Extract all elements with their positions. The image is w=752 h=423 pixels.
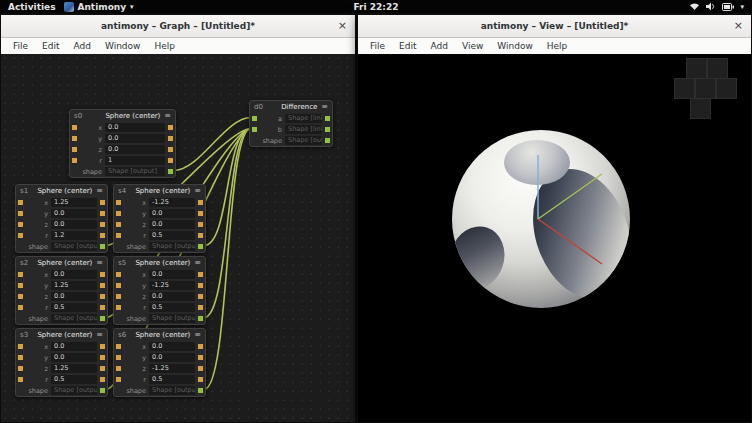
numeric-port[interactable] (18, 222, 23, 227)
shape-port[interactable] (198, 388, 203, 393)
shape-port[interactable] (325, 138, 330, 143)
numeric-port[interactable] (18, 283, 23, 288)
numeric-port[interactable] (116, 377, 121, 382)
numeric-port[interactable] (100, 294, 105, 299)
menu-item-window[interactable]: Window (99, 40, 147, 52)
node-header[interactable]: s4Sphere (center)≡ (114, 185, 205, 197)
numeric-port[interactable] (100, 272, 105, 277)
numeric-port[interactable] (116, 200, 121, 205)
activities-button[interactable]: Activities (8, 2, 56, 12)
node-header[interactable]: s1Sphere (center)≡ (16, 185, 107, 197)
shape-port[interactable] (325, 127, 330, 132)
row-value-field[interactable]: 1.2 (51, 231, 97, 240)
orientation-widget-cell[interactable] (716, 78, 737, 99)
node-menu-icon[interactable]: ≡ (96, 258, 103, 268)
numeric-port[interactable] (18, 233, 23, 238)
graph-titlebar[interactable]: antimony – Graph – [Untitled]* × (1, 15, 355, 38)
numeric-port[interactable] (18, 377, 23, 382)
numeric-port[interactable] (72, 136, 77, 141)
node-s3[interactable]: s3Sphere (center)≡x0.0y0.0z1.25r0.5shape… (15, 328, 108, 397)
numeric-port[interactable] (198, 294, 203, 299)
menu-item-add[interactable]: Add (68, 40, 97, 52)
numeric-port[interactable] (198, 366, 203, 371)
node-header[interactable]: d0Difference≡ (250, 101, 332, 113)
numeric-port[interactable] (18, 294, 23, 299)
view-close-icon[interactable]: × (734, 18, 743, 33)
numeric-port[interactable] (198, 283, 203, 288)
row-value-field[interactable]: Shape [links] (285, 125, 322, 134)
numeric-port[interactable] (168, 125, 173, 130)
wire-s4-to-d0-b[interactable] (204, 129, 251, 246)
row-value-field[interactable]: 1.25 (51, 364, 97, 373)
numeric-port[interactable] (198, 344, 203, 349)
row-value-field[interactable]: 0.0 (149, 209, 195, 218)
numeric-port[interactable] (116, 222, 121, 227)
shape-port[interactable] (252, 116, 257, 121)
menu-item-help[interactable]: Help (541, 40, 574, 52)
numeric-port[interactable] (18, 211, 23, 216)
row-value-field[interactable]: 0.5 (149, 303, 195, 312)
numeric-port[interactable] (116, 366, 121, 371)
app-menu[interactable]: Antimony ▾ (64, 2, 134, 12)
menu-item-view[interactable]: View (456, 40, 489, 52)
row-value-field[interactable]: 1.25 (51, 281, 97, 290)
row-value-field[interactable]: 0.0 (51, 209, 97, 218)
numeric-port[interactable] (198, 355, 203, 360)
row-value-field[interactable]: Shape [output] (51, 314, 97, 323)
shape-port[interactable] (198, 316, 203, 321)
numeric-port[interactable] (100, 200, 105, 205)
node-menu-icon[interactable]: ≡ (194, 258, 201, 268)
numeric-port[interactable] (100, 366, 105, 371)
node-menu-icon[interactable]: ≡ (96, 186, 103, 196)
shape-port[interactable] (168, 169, 173, 174)
menu-item-window[interactable]: Window (491, 40, 539, 52)
numeric-port[interactable] (198, 233, 203, 238)
row-value-field[interactable]: 0.0 (149, 270, 195, 279)
row-value-field[interactable]: 0.0 (105, 123, 165, 132)
shape-port[interactable] (325, 116, 330, 121)
row-value-field[interactable]: 1.25 (51, 198, 97, 207)
node-header[interactable]: s2Sphere (center)≡ (16, 257, 107, 269)
node-header[interactable]: s5Sphere (center)≡ (114, 257, 205, 269)
row-value-field[interactable]: 0.5 (149, 231, 195, 240)
numeric-port[interactable] (198, 222, 203, 227)
node-header[interactable]: s3Sphere (center)≡ (16, 329, 107, 341)
row-value-field[interactable]: 0.0 (51, 292, 97, 301)
node-menu-icon[interactable]: ≡ (194, 186, 201, 196)
numeric-port[interactable] (116, 272, 121, 277)
row-value-field[interactable]: Shape [output] (149, 242, 195, 251)
numeric-port[interactable] (100, 283, 105, 288)
node-menu-icon[interactable]: ≡ (194, 330, 201, 340)
node-s4[interactable]: s4Sphere (center)≡x-1.25y0.0z0.0r0.5shap… (113, 184, 206, 253)
node-s2[interactable]: s2Sphere (center)≡x0.0y1.25z0.0r0.5shape… (15, 256, 108, 325)
orientation-widget[interactable] (674, 58, 739, 121)
view-titlebar[interactable]: antimony – View – [Untitled]* × (358, 15, 751, 38)
menu-item-edit[interactable]: Edit (393, 40, 422, 52)
numeric-port[interactable] (100, 305, 105, 310)
numeric-port[interactable] (116, 355, 121, 360)
row-value-field[interactable]: Shape [output] (285, 136, 322, 145)
row-value-field[interactable]: 0.0 (149, 342, 195, 351)
wire-s5-to-d0-b[interactable] (204, 129, 251, 318)
node-s6[interactable]: s6Sphere (center)≡x0.0y0.0z-1.25r0.5shap… (113, 328, 206, 397)
orientation-widget-cell[interactable] (690, 98, 711, 119)
numeric-port[interactable] (18, 366, 23, 371)
clock[interactable]: Fri 22:22 (354, 2, 399, 12)
numeric-port[interactable] (100, 355, 105, 360)
node-s0[interactable]: s0Sphere (center)≡x0.0y0.0z0.0r1shapeSha… (69, 109, 176, 178)
numeric-port[interactable] (18, 305, 23, 310)
node-menu-icon[interactable]: ≡ (96, 330, 103, 340)
numeric-port[interactable] (116, 233, 121, 238)
numeric-port[interactable] (168, 158, 173, 163)
orientation-widget-cell[interactable] (686, 58, 707, 79)
row-value-field[interactable]: 0.0 (51, 342, 97, 351)
numeric-port[interactable] (116, 211, 121, 216)
node-header[interactable]: s0Sphere (center)≡ (70, 110, 175, 122)
numeric-port[interactable] (100, 377, 105, 382)
orientation-widget-cell[interactable] (674, 78, 695, 99)
numeric-port[interactable] (198, 211, 203, 216)
row-value-field[interactable]: -1.25 (149, 364, 195, 373)
row-value-field[interactable]: 0.0 (105, 145, 165, 154)
numeric-port[interactable] (18, 344, 23, 349)
row-value-field[interactable]: Shape [output] (51, 386, 97, 395)
